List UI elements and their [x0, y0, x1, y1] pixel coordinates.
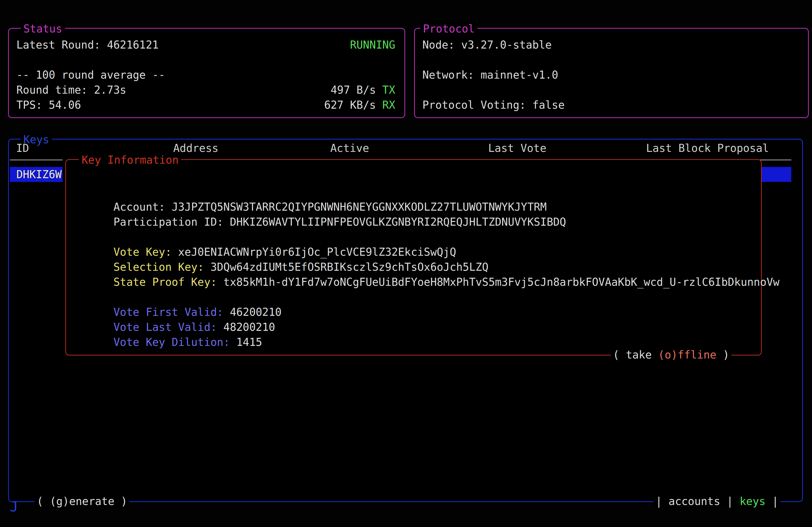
- selection-key-row: Selection Key:3DQw64zdIUMt5EfOSRBIKsczlS…: [75, 244, 752, 259]
- participation-id-row: Participation ID:DHKIZ6WAVTYLIIPNFPEOVGL…: [75, 199, 752, 214]
- latest-round-value: Latest Round: 46216121: [16, 37, 159, 52]
- take-offline-button[interactable]: ( take (o)ffline ): [611, 347, 732, 362]
- take-offline-open: ( take: [613, 349, 658, 361]
- tab-keys[interactable]: keys: [740, 495, 766, 508]
- border-corner-artifact: J: [10, 499, 18, 514]
- state-proof-key-row: State Proof Key:tx85kM1h-dY1Fd7w7oNCgFUe…: [75, 259, 752, 274]
- participation-id-value: DHKIZ6WAVTYLIIPNFPEOVGLKZGNBYRI2RQEQJHLT…: [230, 216, 566, 228]
- state-proof-key-label: State Proof Key:: [114, 276, 217, 288]
- vote-first-valid-row: Vote First Valid:46200210: [75, 289, 752, 304]
- protocol-panel: Protocol Node: v3.27.0-stable Network: m…: [414, 28, 809, 118]
- protocol-voting-row: Protocol Voting: false: [422, 97, 799, 112]
- take-offline-accel: (o)ffline: [658, 349, 716, 361]
- header-separator-left: [10, 160, 62, 161]
- selected-key-id[interactable]: DHKIZ6W: [16, 167, 62, 182]
- protocol-panel-title: Protocol: [420, 21, 477, 36]
- terminal-screen: Status Latest Round: 46216121 RUNNING --…: [0, 0, 812, 527]
- table-row-selected-right-fragment: [760, 167, 791, 182]
- vote-last-valid-row: Vote Last Valid:48200210: [75, 304, 752, 320]
- state-proof-key-value: tx85kM1h-dY1Fd7w7oNCgFUeUiBdFYoeH8MxPhTv…: [223, 276, 780, 288]
- view-tabs: | accounts | keys |: [653, 494, 781, 509]
- latest-round-row: Latest Round: 46216121 RUNNING: [16, 37, 395, 52]
- node-state-badge: RUNNING: [350, 37, 395, 52]
- tx-rate-label: TX: [382, 84, 395, 96]
- round-time-value: Round time: 2.73s: [16, 82, 126, 97]
- tps-row: TPS: 54.06 627 KB/sRX: [16, 97, 395, 112]
- protocol-voting: Protocol Voting: false: [422, 97, 565, 112]
- rx-rate-value: 627 KB/s: [324, 99, 376, 111]
- generate-button[interactable]: ( (g)enerate ): [35, 494, 129, 509]
- network-row: Network: mainnet-v1.0: [422, 67, 799, 82]
- rx-rate-label: RX: [382, 99, 395, 111]
- vote-key-dilution-row: Vote Key Dilution:1415: [75, 320, 752, 335]
- rx-rate: 627 KB/sRX: [324, 97, 395, 112]
- col-header-active: Active: [330, 140, 369, 156]
- round-time-row: Round time: 2.73s 497 B/sTX: [16, 82, 395, 97]
- network-name: Network: mainnet-v1.0: [422, 67, 558, 82]
- round-average-header: -- 100 round average --: [16, 67, 165, 82]
- col-header-last-vote: Last Vote: [488, 140, 547, 156]
- node-version-row: Node: v3.27.0-stable: [422, 37, 799, 52]
- round-average-header-row: -- 100 round average --: [16, 67, 395, 82]
- status-panel: Status Latest Round: 46216121 RUNNING --…: [8, 28, 405, 118]
- node-version: Node: v3.27.0-stable: [422, 37, 552, 52]
- vote-key-row: Vote Key:xeJ0ENIACWNrpYi0r6IjOc_PlcVCE9l…: [75, 229, 752, 244]
- take-offline-close: ): [716, 349, 729, 361]
- participation-id-label: Participation ID:: [114, 216, 223, 228]
- header-separator-right: [760, 160, 791, 161]
- vote-key-dilution-value: 1415: [236, 336, 262, 348]
- vote-key-dilution-label: Vote Key Dilution:: [114, 336, 230, 348]
- tps-value: TPS: 54.06: [16, 97, 81, 112]
- tx-rate-value: 497 B/s: [331, 84, 376, 96]
- col-header-last-block-proposal: Last Block Proposal: [646, 140, 769, 156]
- tab-accounts[interactable]: accounts: [669, 495, 721, 508]
- col-header-id: ID: [16, 140, 29, 156]
- tx-rate: 497 B/sTX: [331, 82, 395, 97]
- key-information-panel: Key Information Account:J3JPZTQ5NSW3TARR…: [65, 159, 762, 356]
- table-row-selected[interactable]: DHKIZ6W: [10, 167, 62, 182]
- tab-open-pipe: |: [655, 495, 668, 508]
- account-row: Account:J3JPZTQ5NSW3TARRC2QIYPGNWNH6NEYG…: [75, 184, 752, 199]
- tab-close-pipe: |: [766, 495, 779, 508]
- key-information-title: Key Information: [79, 152, 181, 167]
- tab-separator-pipe: |: [720, 495, 740, 508]
- status-panel-title: Status: [21, 21, 65, 36]
